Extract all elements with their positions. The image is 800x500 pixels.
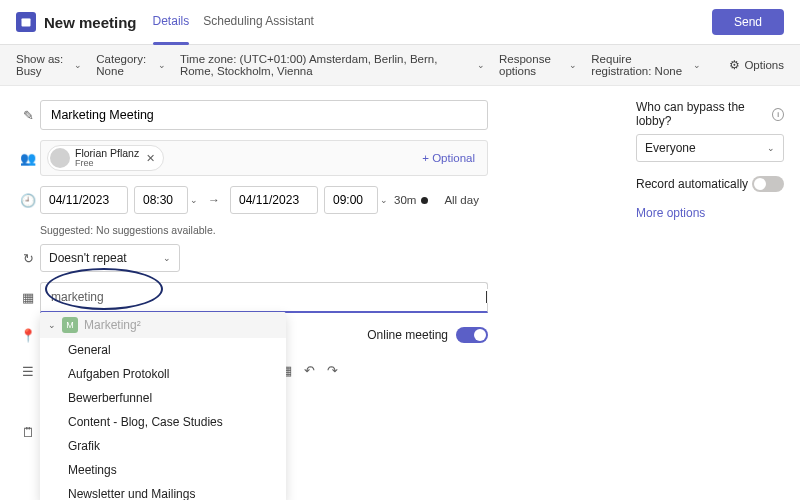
attendee-status: Free bbox=[75, 159, 139, 168]
chevron-down-icon: ⌄ bbox=[190, 195, 198, 205]
show-as-dropdown[interactable]: Show as: Busy⌄ bbox=[16, 53, 82, 77]
clock-icon: 🕘 bbox=[20, 193, 36, 208]
registration-dropdown[interactable]: Require registration: None⌄ bbox=[591, 53, 701, 77]
info-icon[interactable]: i bbox=[772, 108, 784, 121]
chevron-down-icon: ⌄ bbox=[477, 60, 485, 70]
chevron-down-icon: ⌄ bbox=[693, 60, 701, 70]
add-optional-link[interactable]: + Optional bbox=[422, 152, 481, 164]
channel-option[interactable]: Content - Blog, Case Studies bbox=[40, 410, 286, 434]
channel-option[interactable]: Aufgaben Protokoll bbox=[40, 362, 286, 386]
tab-scheduling-assistant[interactable]: Scheduling Assistant bbox=[203, 8, 314, 36]
duration-label: 30m bbox=[394, 194, 428, 206]
send-button[interactable]: Send bbox=[712, 9, 784, 35]
team-avatar-icon: M bbox=[62, 317, 78, 333]
channel-search-input[interactable]: marketing| bbox=[40, 282, 488, 313]
recurrence-dropdown[interactable]: Doesn't repeat⌄ bbox=[40, 244, 180, 272]
avatar bbox=[50, 148, 70, 168]
more-options-link[interactable]: More options bbox=[636, 206, 784, 220]
start-date-input[interactable] bbox=[40, 186, 128, 214]
record-auto-label: Record automatically bbox=[636, 177, 748, 191]
attendees-field[interactable]: Florian Pflanz Free ✕ + Optional bbox=[40, 140, 488, 176]
channel-option[interactable]: General bbox=[40, 338, 286, 362]
calendar-app-icon bbox=[16, 12, 36, 32]
bypass-lobby-select[interactable]: Everyone⌄ bbox=[636, 134, 784, 162]
chevron-down-icon: ⌄ bbox=[74, 60, 82, 70]
dropdown-team-header[interactable]: ⌄ M Marketing² bbox=[40, 312, 286, 338]
chevron-down-icon: ⌄ bbox=[158, 60, 166, 70]
suggested-times-text: Suggested: No suggestions available. bbox=[40, 224, 612, 236]
arrow-right-icon: → bbox=[204, 193, 224, 207]
description-icon: ☰ bbox=[22, 364, 34, 379]
redo-icon[interactable]: ↷ bbox=[327, 363, 338, 379]
chevron-down-icon: ⌄ bbox=[380, 195, 388, 205]
meeting-title-input[interactable] bbox=[40, 100, 488, 130]
svg-rect-1 bbox=[22, 19, 31, 21]
end-date-input[interactable] bbox=[230, 186, 318, 214]
online-meeting-toggle[interactable] bbox=[456, 327, 488, 343]
channel-dropdown: ⌄ M Marketing² General Aufgaben Protokol… bbox=[40, 312, 286, 500]
chevron-down-icon: ⌄ bbox=[569, 60, 577, 70]
remove-attendee-icon[interactable]: ✕ bbox=[144, 152, 157, 165]
tab-details[interactable]: Details bbox=[153, 8, 190, 36]
timezone-dropdown[interactable]: Time zone: (UTC+01:00) Amsterdam, Berlin… bbox=[180, 53, 485, 77]
gear-icon: ⚙ bbox=[729, 58, 740, 72]
options-button[interactable]: ⚙Options bbox=[729, 58, 784, 72]
repeat-icon: ↻ bbox=[23, 251, 34, 266]
dropdown-team-name: Marketing² bbox=[84, 318, 141, 332]
channel-option[interactable]: Meetings bbox=[40, 458, 286, 482]
start-time-input[interactable] bbox=[134, 186, 188, 214]
bypass-lobby-label: Who can bypass the lobby? i bbox=[636, 100, 784, 128]
note-icon: 🗒 bbox=[22, 425, 35, 440]
channel-option[interactable]: Bewerberfunnel bbox=[40, 386, 286, 410]
chevron-down-icon: ⌄ bbox=[767, 143, 775, 153]
category-dropdown[interactable]: Category: None⌄ bbox=[96, 53, 166, 77]
undo-icon[interactable]: ↶ bbox=[304, 363, 315, 379]
channel-option[interactable]: Newsletter und Mailings bbox=[40, 482, 286, 500]
page-title: New meeting bbox=[44, 14, 137, 31]
channel-icon: ▦ bbox=[22, 290, 34, 305]
record-auto-toggle[interactable] bbox=[752, 176, 784, 192]
all-day-toggle[interactable]: All day bbox=[444, 194, 479, 206]
people-icon: 👥 bbox=[20, 151, 36, 166]
end-time-input[interactable] bbox=[324, 186, 378, 214]
location-icon: 📍 bbox=[20, 328, 36, 343]
online-meeting-label: Online meeting bbox=[367, 328, 448, 342]
pencil-icon: ✎ bbox=[23, 108, 34, 123]
chevron-down-icon: ⌄ bbox=[163, 253, 171, 263]
response-options-dropdown[interactable]: Response options⌄ bbox=[499, 53, 577, 77]
channel-option[interactable]: Grafik bbox=[40, 434, 286, 458]
chevron-down-icon: ⌄ bbox=[48, 320, 56, 330]
attendee-chip[interactable]: Florian Pflanz Free ✕ bbox=[47, 145, 164, 171]
